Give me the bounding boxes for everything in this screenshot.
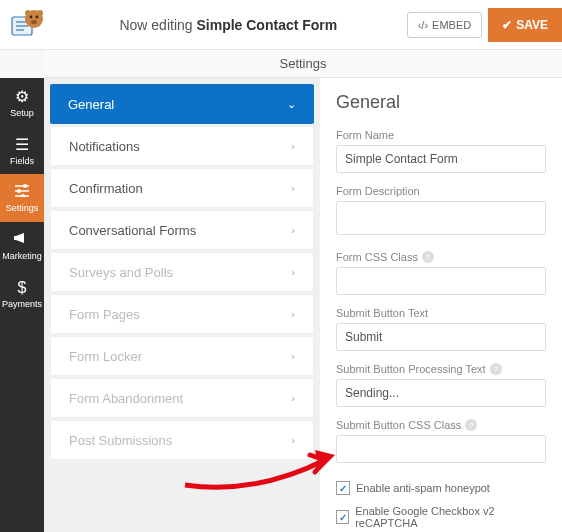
chevron-right-icon: › [291,392,295,404]
checkbox-label: Enable Google Checkbox v2 reCAPTCHA [355,505,546,529]
submit-text-label: Submit Button Text [336,307,546,319]
check-icon: ✔ [502,18,512,32]
form-name-input[interactable] [336,145,546,173]
embed-label: EMBED [432,19,471,31]
sidepanel-label: Form Pages [69,307,140,322]
form-css-label: Form CSS Class? [336,251,546,263]
help-icon[interactable]: ? [422,251,434,263]
bullhorn-icon [14,231,30,249]
nav-label: Payments [2,299,42,309]
svg-point-9 [37,10,43,16]
nav-setup[interactable]: ⚙ Setup [0,78,44,126]
save-label: SAVE [516,18,548,32]
nav-payments[interactable]: $ Payments [0,270,44,318]
help-icon[interactable]: ? [490,363,502,375]
form-css-input[interactable] [336,267,546,295]
sidepanel-label: Confirmation [69,181,143,196]
submit-text-input[interactable] [336,323,546,351]
submit-css-label: Submit Button CSS Class? [336,419,546,431]
chevron-right-icon: › [291,308,295,320]
svg-point-11 [23,184,27,188]
chevron-right-icon: › [291,182,295,194]
content-panel: General Form Name Form Description Form … [320,78,562,532]
svg-point-8 [25,10,31,16]
editing-prefix: Now editing [119,17,192,33]
nav-settings[interactable]: Settings [0,174,44,222]
sidepanel-item-formpages[interactable]: Form Pages › [50,294,314,334]
sidepanel-item-conversational[interactable]: Conversational Forms › [50,210,314,250]
form-name-label: Form Name [336,129,546,141]
sidepanel-item-formlocker[interactable]: Form Locker › [50,336,314,376]
submit-proc-label: Submit Button Processing Text? [336,363,546,375]
content-heading: General [336,92,546,113]
checkbox-honeypot-row: Enable anti-spam honeypot [336,481,546,495]
top-bar: Now editing Simple Contact Form ‹/› EMBE… [0,0,562,50]
sidepanel-item-notifications[interactable]: Notifications › [50,126,314,166]
checkbox-recaptcha[interactable] [336,510,349,524]
chevron-right-icon: › [291,350,295,362]
svg-point-15 [21,194,25,197]
sliders-icon [14,183,30,201]
gear-icon: ⚙ [15,87,29,106]
sidepanel-item-general[interactable]: General ⌄ [50,84,314,124]
sidepanel-item-postsub[interactable]: Post Submissions › [50,420,314,460]
nav-label: Fields [10,156,34,166]
svg-point-7 [31,20,37,24]
sidepanel-item-confirmation[interactable]: Confirmation › [50,168,314,208]
embed-button[interactable]: ‹/› EMBED [407,12,483,38]
code-icon: ‹/› [418,19,428,31]
editing-label: Now editing Simple Contact Form [50,17,407,33]
checkbox-honeypot[interactable] [336,481,350,495]
sidepanel-item-abandonment[interactable]: Form Abandonment › [50,378,314,418]
svg-point-5 [30,15,33,18]
sidepanel-item-surveys[interactable]: Surveys and Polls › [50,252,314,292]
nav-label: Settings [6,203,39,213]
sidepanel-label: Post Submissions [69,433,172,448]
sidepanel-label: Surveys and Polls [69,265,173,280]
form-desc-label: Form Description [336,185,546,197]
tab-settings[interactable]: Settings [280,56,327,71]
form-desc-input[interactable] [336,201,546,235]
submit-css-input[interactable] [336,435,546,463]
nav-marketing[interactable]: Marketing [0,222,44,270]
chevron-right-icon: › [291,140,295,152]
nav-label: Setup [10,108,34,118]
sidepanel-label: Notifications [69,139,140,154]
nav-fields[interactable]: ☰ Fields [0,126,44,174]
submit-proc-input[interactable] [336,379,546,407]
svg-rect-16 [14,236,16,240]
main-area: ⚙ Setup ☰ Fields Settings Marketing $ Pa… [0,78,562,532]
editing-title: Simple Contact Form [196,17,337,33]
save-button[interactable]: ✔ SAVE [488,8,562,42]
sidepanel-label: Form Locker [69,349,142,364]
list-icon: ☰ [15,135,29,154]
chevron-down-icon: ⌄ [287,98,296,111]
chevron-right-icon: › [291,224,295,236]
tab-bar: Settings [44,50,562,78]
checkbox-recaptcha-row: Enable Google Checkbox v2 reCAPTCHA [336,505,546,529]
sidepanel-label: Conversational Forms [69,223,196,238]
svg-point-13 [17,189,21,193]
dollar-icon: $ [18,279,27,297]
wpforms-logo [6,3,50,47]
svg-point-6 [36,15,39,18]
checkbox-label: Enable anti-spam honeypot [356,482,490,494]
sidepanel-label: General [68,97,114,112]
sidepanel-label: Form Abandonment [69,391,183,406]
chevron-right-icon: › [291,434,295,446]
help-icon[interactable]: ? [465,419,477,431]
chevron-right-icon: › [291,266,295,278]
settings-sidepanel: General ⌄ Notifications › Confirmation ›… [44,78,320,532]
side-nav: ⚙ Setup ☰ Fields Settings Marketing $ Pa… [0,78,44,532]
nav-label: Marketing [2,251,42,261]
